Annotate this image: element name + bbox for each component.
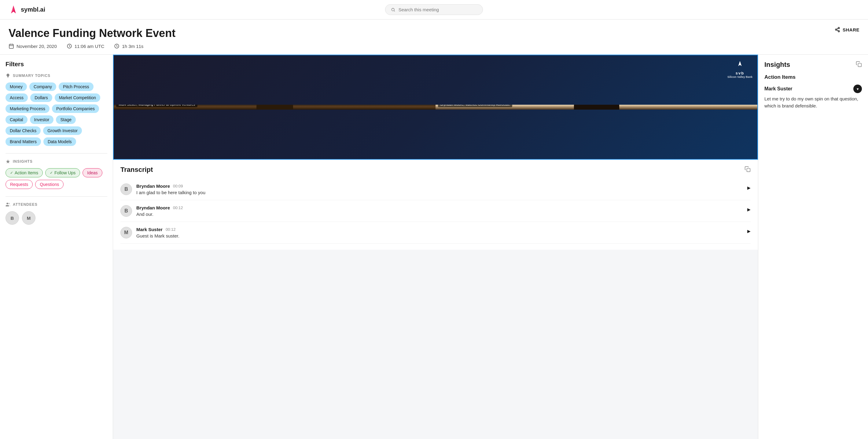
main-layout: Filters SUMMARY TOPICS MoneyCompanyPitch… [0,55,868,439]
transcript-text: Guest is Mark suster. [136,233,743,238]
summary-tag[interactable]: Investor [30,115,54,124]
insight-filter-tag[interactable]: ✓ Action Items [5,168,43,177]
sidebar: Filters SUMMARY TOPICS MoneyCompanyPitch… [0,55,113,439]
svg-point-13 [835,29,837,31]
svb-sub-text: Silicon Valley Bank [727,75,752,78]
insights-section: INSIGHTS ✓ Action Items✓ Follow UpsIdeas… [5,159,107,189]
lightbulb-icon [5,73,10,78]
speaker-row: Mark Suster 00:12 [136,227,743,232]
transcript-entry: B Bryndan Moore 00:12 And our. ▶ [120,200,751,222]
right-panel: Insights Action Items Mark Suster ▾ Let … [758,55,868,439]
speaker-row: Bryndan Moore 00:09 [136,183,743,189]
transcript-entries: B Bryndan Moore 00:09 I am glad to be he… [120,178,751,244]
svg-line-16 [837,28,838,29]
summary-tag[interactable]: Money [5,82,27,91]
page-header: Valence Funding Network Event November 2… [0,20,868,55]
calendar-icon [8,43,14,49]
attendees-icon [5,202,10,207]
play-button[interactable]: ▶ [747,229,751,234]
speaker-name: Mark Suster [136,227,163,232]
svg-rect-23 [858,63,862,67]
summary-tag[interactable]: Brand Matters [5,137,41,146]
svg-line-15 [837,30,838,31]
summary-tag[interactable]: Access [5,93,28,102]
action-items-label: Action Items [765,74,862,80]
insight-filter-tag[interactable]: Ideas [83,168,102,177]
svg-rect-4 [9,44,13,48]
logo: symbl.ai [8,5,45,15]
transcript-copy-button[interactable] [745,166,751,174]
transcript-title: Transcript [120,166,153,174]
summary-topics-label: SUMMARY TOPICS [5,73,107,78]
insight-filter-tag[interactable]: ✓ Follow Ups [45,168,80,177]
share-button[interactable]: SHARE [835,27,860,32]
insight-card: Mark Suster ▾ Let me try to do my own sp… [765,85,862,109]
summary-tag[interactable]: Portfolio Companies [52,104,99,113]
date-meta: November 20, 2020 [8,43,57,49]
summary-tag[interactable]: Company [29,82,56,91]
summary-tag[interactable]: Capital [5,115,28,124]
date-text: November 20, 2020 [17,44,57,49]
attendees-section: ATTENDEES B M [5,202,107,225]
summary-tag[interactable]: Marketing Process [5,104,50,113]
transcript-content: Mark Suster 00:12 Guest is Mark suster. [136,227,743,238]
transcript-header: Transcript [120,166,751,174]
attendee-avatar-b: B [5,211,19,225]
search-input[interactable] [399,7,477,12]
svb-logo: svb Silicon Valley Bank [727,60,752,78]
insights-copy-button[interactable] [856,61,862,69]
person-silhouette-right [566,105,627,110]
insights-copy-icon [856,61,862,67]
duration-text: 1h 3m 11s [122,44,143,49]
summary-tag[interactable]: Dollar Checks [5,126,41,135]
copy-icon [745,166,751,172]
timestamp: 00:12 [173,205,183,210]
svb-text: svb [727,71,752,75]
share-icon [835,27,840,32]
insight-card-header: Mark Suster ▾ [765,85,862,93]
summary-tag[interactable]: Pitch Process [59,82,94,91]
search-bar[interactable] [385,4,483,15]
page-title: Valence Funding Network Event [8,27,176,40]
video-person-right: Bryndan Moore, Valence Community Advocat… [436,105,757,110]
transcript-content: Bryndan Moore 00:12 And our. [136,205,743,217]
summary-tags-container: MoneyCompanyPitch ProcessAccessDollarsMa… [5,82,107,146]
play-button[interactable]: ▶ [747,185,751,190]
attendees-label: ATTENDEES [5,202,107,207]
transcript-content: Bryndan Moore 00:09 I am glad to be here… [136,183,743,195]
play-button[interactable]: ▶ [747,207,751,212]
time-meta: 11:06 am UTC [67,43,104,49]
insight-person-name: Mark Suster [765,86,793,92]
insight-dropdown-button[interactable]: ▾ [853,85,862,93]
insight-filter-tag[interactable]: Requests [5,180,33,189]
transcript-text: I am glad to be here talking to you [136,190,743,195]
summary-tag[interactable]: Stage [56,115,76,124]
summary-tag[interactable]: Market Competition [55,93,100,102]
attendee-avatars: B M [5,211,107,225]
summary-tag[interactable]: Growth Investor [43,126,82,135]
transcript-entry: M Mark Suster 00:12 Guest is Mark suster… [120,222,751,244]
insights-header: Insights [765,61,862,69]
share-label: SHARE [843,27,860,32]
speaker-avatar: B [120,205,132,217]
summary-topics-section: SUMMARY TOPICS MoneyCompanyPitch Process… [5,73,107,146]
filters-title: Filters [5,61,107,68]
summary-tag[interactable]: Dollars [30,93,52,102]
video-label-left: Mark Suster, Managing Partner at Upfront… [116,105,197,107]
summary-tag[interactable]: Data Models [43,137,76,146]
person-silhouette-left [247,105,302,110]
symbl-logo-icon [8,5,18,15]
video-container: svb Silicon Valley Bank Mark Suster, Man… [113,55,758,160]
svg-rect-22 [747,168,750,172]
insights-title: Insights [765,61,790,69]
svg-point-14 [838,31,840,32]
svg-line-10 [69,46,70,47]
insight-text: Let me try to do my own spin on that que… [765,96,862,109]
insight-filter-tag[interactable]: Questions [35,180,64,189]
svg-point-12 [838,28,840,29]
speaker-avatar: M [120,227,132,238]
header: symbl.ai [0,0,868,20]
transcript-text: And our. [136,211,743,217]
attendee-avatar-m: M [22,211,35,225]
timestamp: 00:09 [173,184,183,189]
